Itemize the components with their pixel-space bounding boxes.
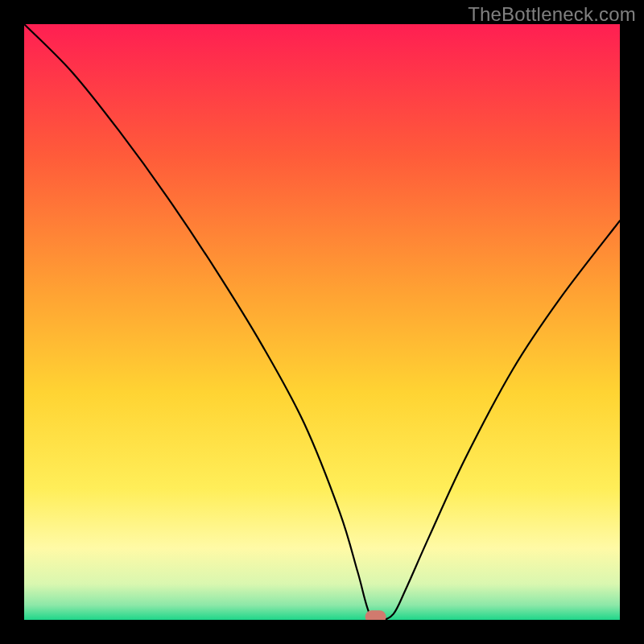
chart-container: TheBottleneck.com: [0, 0, 644, 644]
chart-background: [24, 24, 620, 620]
chart-svg: [24, 24, 620, 620]
optimal-marker: [365, 610, 386, 620]
watermark-text: TheBottleneck.com: [468, 3, 636, 26]
plot-area: [24, 24, 620, 620]
